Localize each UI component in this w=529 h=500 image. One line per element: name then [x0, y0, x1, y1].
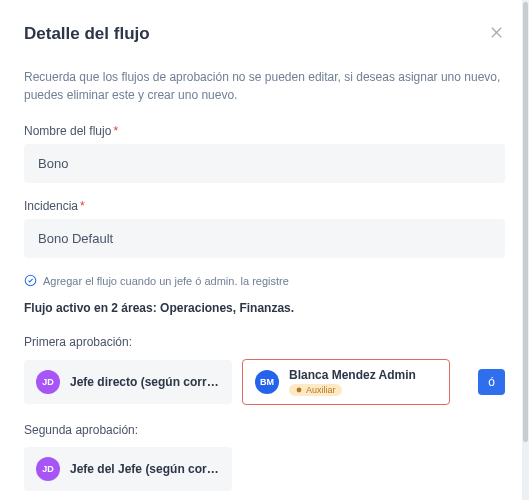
close-icon: [490, 26, 503, 39]
incidence-input[interactable]: [24, 219, 505, 258]
modal-header: Detalle del flujo: [24, 24, 505, 44]
flow-name-input[interactable]: [24, 144, 505, 183]
incidence-label: Incidencia*: [24, 199, 505, 213]
note-row: Agregar el flujo cuando un jefe ó admin.…: [24, 274, 505, 287]
first-approval-row: JD Jefe directo (según corres... BM Blan…: [24, 359, 505, 405]
scrollbar-thumb[interactable]: [523, 2, 528, 442]
badge-icon: [295, 386, 303, 394]
avatar: BM: [255, 370, 279, 394]
first-approval-label: Primera aprobación:: [24, 335, 505, 349]
second-approval-label: Segunda aprobación:: [24, 423, 505, 437]
required-marker: *: [80, 199, 85, 213]
scrollbar-track[interactable]: [522, 0, 529, 500]
check-circle-icon: [24, 274, 37, 287]
flow-name-label: Nombre del flujo*: [24, 124, 505, 138]
modal-title: Detalle del flujo: [24, 24, 150, 44]
avatar: JD: [36, 370, 60, 394]
active-areas: Flujo activo en 2 áreas: Operaciones, Fi…: [24, 301, 505, 315]
or-separator: ó: [478, 369, 505, 395]
flow-detail-modal: Detalle del flujo Recuerda que los flujo…: [0, 0, 529, 500]
reminder-text: Recuerda que los flujos de aprobación no…: [24, 68, 505, 104]
approver-name: Blanca Mendez Admin: [289, 368, 416, 382]
approver-card[interactable]: JD Jefe del Jefe (según corre...: [24, 447, 232, 491]
avatar: JD: [36, 457, 60, 481]
approver-card-highlighted[interactable]: BM Blanca Mendez Admin Auxiliar: [242, 359, 450, 405]
second-approval-row: JD Jefe del Jefe (según corre...: [24, 447, 505, 491]
required-marker: *: [113, 124, 118, 138]
aux-badge: Auxiliar: [289, 384, 342, 396]
note-text: Agregar el flujo cuando un jefe ó admin.…: [43, 275, 289, 287]
approver-card[interactable]: JD Jefe directo (según corres...: [24, 360, 232, 404]
approver-name: Jefe directo (según corres...: [70, 375, 220, 389]
svg-point-3: [297, 388, 302, 393]
approver-name: Jefe del Jefe (según corre...: [70, 462, 220, 476]
close-button[interactable]: [488, 24, 505, 44]
